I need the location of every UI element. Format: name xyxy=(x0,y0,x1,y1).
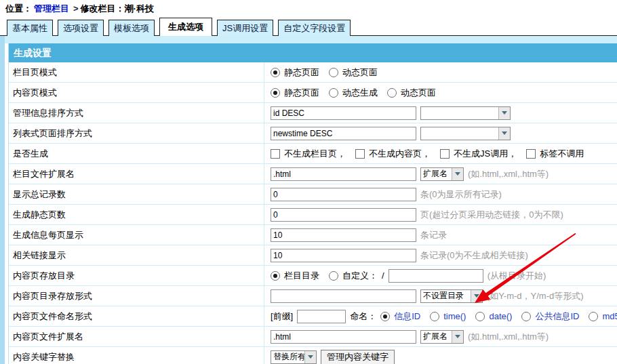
select-value: 替换所有 xyxy=(271,351,304,363)
radio-custom-directory[interactable] xyxy=(329,271,338,281)
breadcrumb-current: 修改栏目：潮·科技 xyxy=(81,3,154,14)
radio-label[interactable]: 自定义： xyxy=(342,270,378,282)
row-label: 内容页目录存放形式 xyxy=(13,290,92,302)
radio-time[interactable] xyxy=(430,312,439,321)
row-label: 列表式页面排序方式 xyxy=(13,127,92,140)
breadcrumb-prefix: 位置： xyxy=(5,3,32,14)
radio-md5[interactable] xyxy=(589,312,598,321)
radio-label[interactable]: md5( xyxy=(602,311,617,321)
prefix-label: [前缀] xyxy=(271,310,293,323)
row-hint: (从根目录开始) xyxy=(487,270,546,282)
admin-info-order-select[interactable] xyxy=(420,106,511,120)
checkbox-no-column-page[interactable] xyxy=(271,149,280,159)
radio-dynamic-page[interactable] xyxy=(387,88,397,98)
row-total-records: 显示总记录数 条(0为显示所有记录) xyxy=(9,184,617,205)
keyword-replace-select[interactable]: 替换所有 xyxy=(271,350,317,364)
items-per-page-input[interactable] xyxy=(271,228,416,242)
total-records-input[interactable] xyxy=(271,188,416,201)
row-label: 内容页文件命名形式 xyxy=(13,310,92,323)
radio-label[interactable]: 公共信息ID xyxy=(535,310,579,323)
row-content-dir: 内容页存放目录 栏目目录 自定义： / (从根目录开始) xyxy=(9,266,617,286)
select-value: 扩展名 xyxy=(421,168,452,180)
static-pages-input[interactable] xyxy=(271,208,416,222)
row-content-page-mode: 内容页模式 静态页面 动态生成 动态页面 xyxy=(9,83,617,103)
row-hint: 页(超过分页采用动态链接，0为不限) xyxy=(420,209,563,221)
row-label: 内容页文件扩展名 xyxy=(13,331,83,343)
column-file-ext-input[interactable] xyxy=(271,167,416,181)
radio-date[interactable] xyxy=(475,312,485,321)
row-label: 生成静态页数 xyxy=(13,209,66,221)
radio-public-info-id[interactable] xyxy=(521,312,531,321)
row-content-filename: 内容页文件命名形式 [前缀] 命名： 信息ID time() date() 公共… xyxy=(9,306,617,327)
row-admin-info-order: 管理信息排序方式 xyxy=(9,103,617,123)
row-label: 栏目文件扩展名 xyxy=(13,168,75,180)
row-hint: 条(0为显示所有记录) xyxy=(420,188,502,201)
checkbox-no-content-page[interactable] xyxy=(355,149,365,159)
generate-settings-panel: 生成设置 栏目页模式 静态页面 动态页面 内容页模式 静态页面 动态生成 动态页… xyxy=(8,43,617,364)
tab-option-settings[interactable]: 选项设置 xyxy=(58,20,104,36)
row-hint: 条记录(0为不生成相关链接) xyxy=(420,249,528,262)
chevron-down-icon[interactable] xyxy=(498,107,510,119)
radio-column-directory[interactable] xyxy=(271,271,280,281)
radio-info-id[interactable] xyxy=(380,312,390,321)
radio-label[interactable]: 静态页面 xyxy=(284,87,319,99)
radio-label[interactable]: time() xyxy=(443,311,466,321)
chevron-down-icon[interactable] xyxy=(304,351,316,363)
content-dir-format-select[interactable]: 不设置目录 xyxy=(420,289,483,303)
checkbox-no-js-call[interactable] xyxy=(440,149,450,159)
content-dir-format-input[interactable] xyxy=(271,289,416,303)
tab-basic-attributes[interactable]: 基本属性 xyxy=(7,20,53,36)
chevron-down-icon[interactable] xyxy=(452,331,463,343)
row-content-file-ext: 内容页文件扩展名 扩展名 (如.html,.xml,.htm等) xyxy=(9,327,617,347)
radio-label[interactable]: 信息ID xyxy=(394,310,420,323)
row-label: 内容页存放目录 xyxy=(13,270,75,282)
admin-info-order-input[interactable] xyxy=(271,106,416,120)
row-hint: (如.html,.xml,.htm等) xyxy=(468,168,549,180)
tab-custom-field-settings[interactable]: 自定义字段设置 xyxy=(278,20,351,36)
manage-content-keywords-button[interactable]: 管理内容关键字 xyxy=(321,350,395,364)
radio-label[interactable]: 静态页面 xyxy=(284,66,319,79)
tab-generate-options[interactable]: 生成选项 xyxy=(159,18,212,36)
list-page-order-select[interactable] xyxy=(420,127,511,140)
related-links-input[interactable] xyxy=(271,249,416,262)
chevron-down-icon[interactable] xyxy=(452,168,463,180)
column-file-ext-select[interactable]: 扩展名 xyxy=(420,167,464,181)
slash-label: / xyxy=(382,270,384,281)
radio-dynamic-generate[interactable] xyxy=(329,88,338,98)
radio-static-page[interactable] xyxy=(271,68,280,77)
radio-label[interactable]: 动态生成 xyxy=(342,87,378,99)
section-title: 生成设置 xyxy=(9,43,617,62)
radio-label[interactable]: date() xyxy=(489,311,512,321)
radio-label[interactable]: 动态页面 xyxy=(401,87,436,99)
row-label: 相关链接显示 xyxy=(13,249,66,262)
tab-js-call-settings[interactable]: JS调用设置 xyxy=(217,20,273,36)
content-file-ext-input[interactable] xyxy=(271,330,416,344)
radio-label[interactable]: 栏目目录 xyxy=(284,270,319,282)
row-column-file-ext: 栏目文件扩展名 扩展名 (如.html,.xml,.htm等) xyxy=(9,164,617,184)
checkbox-label[interactable]: 标签不调用 xyxy=(540,148,584,160)
checkbox-label[interactable]: 不生成栏目页， xyxy=(284,148,346,160)
checkbox-no-tag-call[interactable] xyxy=(526,149,536,159)
radio-dynamic-page[interactable] xyxy=(329,68,338,77)
tab-template-options[interactable]: 模板选项 xyxy=(108,20,155,36)
row-label: 显示总记录数 xyxy=(13,188,66,201)
row-generate-flags: 是否生成 不生成栏目页， 不生成内容页， 不生成JS调用， 标签不调用 xyxy=(9,144,617,164)
row-label: 是否生成 xyxy=(13,148,48,160)
row-hint: (如.html,.xml,.htm等) xyxy=(468,331,549,343)
checkbox-label[interactable]: 不生成JS调用， xyxy=(454,148,517,160)
frame-left-strip xyxy=(0,36,5,364)
checkbox-label[interactable]: 不生成内容页， xyxy=(369,148,431,160)
breadcrumb-link-manage-columns[interactable]: 管理栏目 xyxy=(34,3,69,14)
chevron-down-icon[interactable] xyxy=(498,127,510,140)
row-column-page-mode: 栏目页模式 静态页面 动态页面 xyxy=(9,62,617,83)
content-dir-input[interactable] xyxy=(389,269,483,283)
radio-static-page[interactable] xyxy=(271,88,280,98)
row-related-links: 相关链接显示 条记录(0为不生成相关链接) xyxy=(9,245,617,266)
row-list-page-order: 列表式页面排序方式 xyxy=(9,123,617,144)
filename-prefix-input[interactable] xyxy=(297,310,346,323)
chevron-down-icon[interactable] xyxy=(471,290,482,302)
content-file-ext-select[interactable]: 扩展名 xyxy=(420,330,464,344)
row-keyword-replace: 内容关键字替换 替换所有 管理内容关键字 xyxy=(9,347,617,364)
radio-label[interactable]: 动态页面 xyxy=(342,66,378,79)
list-page-order-input[interactable] xyxy=(271,127,416,140)
